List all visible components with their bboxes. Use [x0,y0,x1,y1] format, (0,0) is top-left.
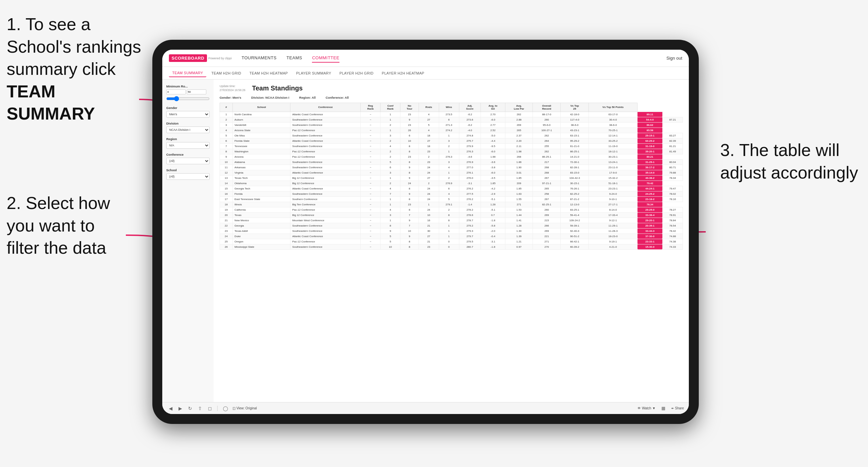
table-row: 5Ole MissSoutheastern Conference~3618127… [220,133,683,138]
sub-nav-team-summary[interactable]: TEAM SUMMARY [169,69,206,77]
table-row: 26Mississippi StateSoutheastern Conferen… [220,244,683,249]
col-avg-low: Avg.Low Par [505,103,533,112]
col-conf-rank: ConfRank [380,103,400,112]
toolbar-back[interactable]: ◀ [167,405,174,412]
table-row: 2AuburnSoutheastern Conference~19276273.… [220,117,683,122]
sidebar-division-label: Division [166,122,210,125]
table-row: 21New MexicoMountain West Conference~191… [220,218,683,223]
filter-division: Division: NCAA Division I [251,96,289,99]
nav-tournaments[interactable]: TOURNAMENTS [241,54,277,63]
watch-icon: 👁 [638,406,641,410]
watch-label: Watch [642,406,651,410]
filter-region-value: Region: All [299,96,316,99]
toolbar-share-icon[interactable]: ⇧ [196,405,204,412]
table-row: 10AlabamaSoutheastern Conference~5823327… [220,159,683,165]
filter-region: Region: All [299,96,316,99]
table-row: 23Texas A&MSoutheastern Conference~91030… [220,228,683,234]
logo-badge: SCOREBOARD [169,54,207,62]
logo-sub: Powered by clippi [208,57,232,60]
sidebar-conference-select[interactable]: (All) [166,158,210,164]
watch-button[interactable]: 👁 Watch ▼ [638,406,655,410]
col-rank: # [220,103,233,112]
nav-teams[interactable]: TEAMS [286,54,302,63]
share-label: Share [675,406,684,410]
sidebar-range [166,89,210,94]
toolbar-clock[interactable]: ◯ [221,405,230,412]
view-original-icon: ◫ [232,406,236,410]
sub-nav: TEAM SUMMARY TEAM H2H GRID TEAM H2H HEAT… [162,67,689,80]
sidebar-rank-slider[interactable] [166,96,210,101]
table-row: 17East Tennessee StateSouthern Conferenc… [220,196,683,202]
sidebar-division-section: Division NCAA Division I [166,122,210,133]
sidebar-gender-select[interactable]: Men's [166,111,210,118]
sub-nav-player-h2h-heatmap[interactable]: PLAYER H2H HEATMAP [378,69,428,77]
toolbar-grid-icon[interactable]: ▦ [661,406,665,411]
sidebar-division-select[interactable]: NCAA Division I [166,126,210,133]
table-row: 18IllinoisBig Ten Conference~1231279.1-1… [220,202,683,207]
sidebar-region-section: Region N/A [166,137,210,149]
sidebar-range-from[interactable] [166,89,186,94]
filter-conference-value: Conference: All [326,96,349,99]
sub-nav-team-h2h-grid[interactable]: TEAM H2H GRID [208,69,244,77]
table-row: 7TennesseeSoutheastern Conference~481822… [220,144,683,149]
col-avg-so: Avg. toSO [480,103,505,112]
sidebar-school-select[interactable]: (All) [166,173,210,180]
filter-gender: Gender: Men's [220,96,241,99]
update-time: Update time: 27/03/2024 16:56:26 [220,85,245,92]
share-button[interactable]: ↞ Share [671,406,684,410]
sidebar-school-label: School [166,168,210,172]
view-original-button[interactable]: ◫ View: Original [232,406,257,410]
instruction-3-line2: adjust accordingly [720,163,858,182]
sidebar-conference-section: Conference (All) [166,153,210,164]
view-original-label: View: Original [237,406,257,410]
col-vs-top50: Vs Top 50 Points [588,103,637,112]
sidebar-conference-label: Conference [166,153,210,156]
table-row: 14OklahomaBig 12 Conference~2242276.9-3.… [220,181,683,186]
sidebar-region-select[interactable]: N/A [166,142,210,149]
toolbar-divider [217,406,218,411]
col-conference: Conference [290,103,361,112]
sidebar-region-label: Region [166,137,210,141]
sub-nav-player-summary[interactable]: PLAYER SUMMARY [293,69,335,77]
instruction-3: 3. The table will adjust accordingly [720,139,858,184]
toolbar-refresh[interactable]: ↻ [186,405,194,412]
sidebar-range-to[interactable] [187,89,206,94]
sign-out-button[interactable]: Sign out [666,56,682,61]
update-time-label: Update time: [220,85,236,88]
tablet-device: SCOREBOARD Powered by clippi TOURNAMENTS… [152,40,699,424]
table-header-section: Update time: 27/03/2024 16:56:26 Team St… [220,85,683,92]
col-adj-score: Adj.Score [459,103,480,112]
instruction-2: 2. Select how you want to filter the dat… [7,192,110,259]
watch-dropdown-icon: ▼ [652,406,655,410]
nav-bar: SCOREBOARD Powered by clippi TOURNAMENTS… [162,50,689,67]
col-wins: Wins [439,103,459,112]
sidebar-gender-label: Gender [166,106,210,110]
table-row: 16FloridaSoutheastern Conference~7924427… [220,191,683,196]
table-row: 19CaliforniaPac-12 Conference~48242278.2… [220,207,683,212]
table-area: Update time: 27/03/2024 16:56:26 Team St… [214,80,689,402]
table-row: 3VanderbiltSoutheastern Conference~22352… [220,122,683,127]
sub-nav-team-h2h-heatmap[interactable]: TEAM H2H HEATMAP [246,69,291,77]
table-title: Team Standings [252,85,683,92]
table-row: 25OregonPac-12 Conference~58210279.5-3.1… [220,239,683,244]
update-time-value: 27/03/2024 16:56:26 [220,88,245,92]
sidebar-min-rank-section: Minimum Ro... [166,85,210,102]
nav-committee[interactable]: COMMITTEE [312,54,339,63]
nav-links: TOURNAMENTS TEAMS COMMITTEE [241,54,666,63]
toolbar-bookmark[interactable]: ◻ [206,405,214,412]
sub-nav-player-h2h-grid[interactable]: PLAYER H2H GRID [336,69,377,77]
instruction-1-bold: TEAM SUMMARY [7,82,95,124]
sidebar: Minimum Ro... Gender Men's Division [162,80,214,402]
table-row: 15Georgia TechAtlantic Coast Conference~… [220,186,683,191]
instruction-2-line1: 2. Select how [7,193,110,213]
filter-row: Gender: Men's Division: NCAA Division I … [220,96,683,99]
col-vs-top25: Vs Top25 [561,103,589,112]
table-row: 20TexasBig 12 Conference~37108278.60.71.… [220,212,683,218]
logo-area: SCOREBOARD Powered by clippi [169,54,231,62]
sidebar-gender-section: Gender Men's [166,106,210,118]
table-body: 1North CarolinaAtlantic Coast Conference… [220,112,683,249]
table-row: 6Florida StateAtlantic Coast Conference~… [220,138,683,144]
col-school: School [233,103,290,112]
toolbar-forward[interactable]: ▶ [177,405,184,412]
instruction-3-line1: 3. The table will [720,141,839,160]
